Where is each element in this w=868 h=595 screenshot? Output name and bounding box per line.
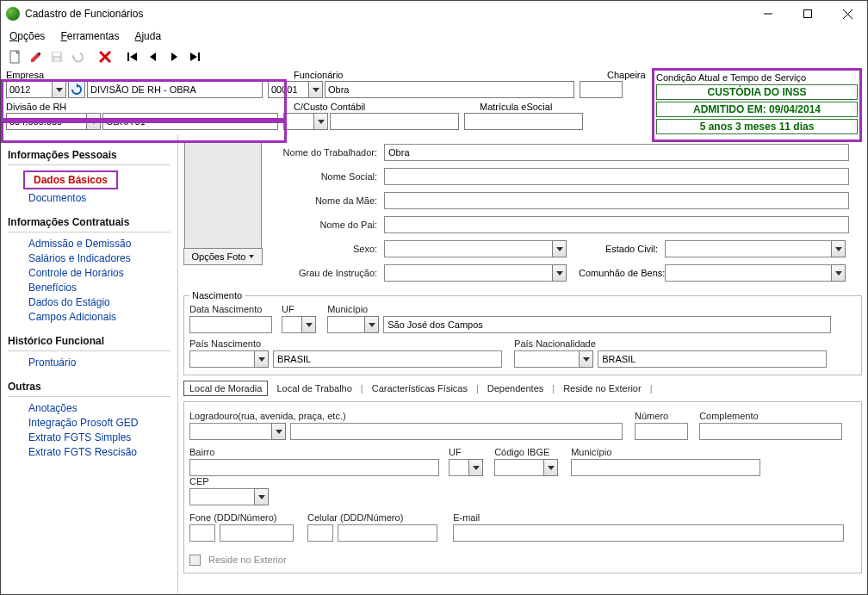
photo-placeholder bbox=[184, 140, 262, 249]
ibge-combo[interactable] bbox=[494, 459, 544, 476]
link-dados-basicos[interactable]: Dados Básicos bbox=[34, 174, 108, 186]
tab-trabalho[interactable]: Local de Trabalho bbox=[271, 381, 356, 395]
pais-nasc-code[interactable] bbox=[189, 350, 255, 368]
pais-nac-desc[interactable] bbox=[598, 350, 827, 368]
nav-last-icon[interactable] bbox=[185, 47, 204, 66]
nav-first-icon[interactable] bbox=[123, 47, 142, 66]
cep-input[interactable] bbox=[189, 488, 255, 505]
ccusto-dropdown[interactable] bbox=[313, 113, 328, 130]
comunhao-dropdown[interactable] bbox=[831, 264, 846, 282]
municipio-mor-input[interactable] bbox=[571, 459, 760, 476]
municipio-code[interactable] bbox=[327, 316, 365, 333]
delete-icon[interactable] bbox=[96, 47, 115, 66]
municipio-dropdown[interactable] bbox=[364, 316, 379, 333]
tab-reside-exterior[interactable]: Reside no Exterior bbox=[558, 381, 647, 395]
pais-nasc-dropdown[interactable] bbox=[254, 350, 269, 368]
nav-prev-icon[interactable] bbox=[144, 47, 163, 66]
moradia-panel: Logradouro(rua, avenida, praça, etc.) Nú… bbox=[183, 401, 862, 573]
uf-nasc-label: UF bbox=[282, 304, 319, 314]
nome-pai-input[interactable] bbox=[384, 216, 849, 233]
logradouro-input[interactable] bbox=[290, 423, 623, 440]
ccusto-desc[interactable] bbox=[330, 113, 459, 130]
uf-nasc-combo[interactable] bbox=[282, 316, 302, 333]
link-estagio[interactable]: Dados do Estágio bbox=[28, 296, 170, 308]
tab-caracteristicas[interactable]: Características Físicas bbox=[367, 381, 473, 395]
nome-social-input[interactable] bbox=[384, 168, 849, 185]
refresh-button[interactable] bbox=[68, 81, 85, 98]
funcionario-desc[interactable] bbox=[325, 81, 574, 98]
link-campos-adicionais[interactable]: Campos Adicionais bbox=[28, 311, 170, 323]
data-nasc-input[interactable] bbox=[189, 316, 272, 333]
menu-ajuda[interactable]: Ajuda bbox=[134, 30, 161, 42]
comunhao-combo[interactable] bbox=[665, 264, 832, 282]
estado-civil-dropdown[interactable] bbox=[831, 240, 846, 257]
tab-dependentes[interactable]: Dependentes bbox=[482, 381, 549, 395]
ibge-dropdown[interactable] bbox=[543, 459, 558, 476]
nascimento-group: Nascimento Data Nascimento UF Município bbox=[183, 290, 862, 375]
cep-dropdown[interactable] bbox=[254, 488, 269, 505]
cel-num[interactable] bbox=[338, 524, 437, 542]
sexo-combo[interactable] bbox=[384, 240, 553, 257]
link-beneficios[interactable]: Benefícios bbox=[28, 282, 170, 294]
bairro-input[interactable] bbox=[189, 459, 439, 476]
municipio-nasc-label: Município bbox=[327, 304, 835, 314]
link-fgts-rescisao[interactable]: Extrato FGTS Rescisão bbox=[28, 446, 170, 458]
municipio-desc[interactable] bbox=[383, 316, 831, 333]
link-salarios[interactable]: Salários e Indicadores bbox=[28, 252, 170, 264]
empresa-desc[interactable] bbox=[87, 81, 263, 98]
grau-combo[interactable] bbox=[384, 264, 553, 282]
nome-mae-input[interactable] bbox=[384, 192, 849, 209]
uf-mor-combo[interactable] bbox=[449, 459, 469, 476]
tab-moradia[interactable]: Local de Moradia bbox=[183, 381, 268, 396]
nome-mae-label: Nome da Mãe: bbox=[272, 195, 384, 206]
edit-icon[interactable] bbox=[27, 47, 46, 66]
chapeira-input[interactable] bbox=[580, 81, 623, 98]
uf-nasc-dropdown[interactable] bbox=[301, 316, 316, 333]
close-button[interactable] bbox=[828, 1, 867, 27]
link-admissao[interactable]: Admissão e Demissão bbox=[28, 238, 170, 250]
empresa-dropdown[interactable] bbox=[52, 81, 66, 98]
nome-trab-input[interactable] bbox=[384, 144, 849, 161]
logradouro-tipo[interactable] bbox=[189, 423, 272, 440]
svg-marker-16 bbox=[150, 53, 156, 61]
photo-options-button[interactable]: Opções Foto bbox=[183, 248, 263, 265]
complemento-input[interactable] bbox=[699, 423, 842, 440]
divisao-dropdown[interactable] bbox=[86, 113, 101, 130]
fone-ddd[interactable] bbox=[189, 524, 215, 542]
matricula-input[interactable] bbox=[464, 113, 583, 130]
link-prontuario[interactable]: Prontuário bbox=[28, 356, 170, 369]
menu-ferramentas[interactable]: Ferramentas bbox=[60, 30, 119, 42]
nome-social-label: Nome Social: bbox=[272, 171, 384, 182]
status-line2: ADMITIDO EM: 09/04/2014 bbox=[656, 102, 858, 117]
reside-exterior-checkbox[interactable] bbox=[189, 555, 201, 566]
estado-civil-combo[interactable] bbox=[665, 240, 832, 257]
email-label: E-mail bbox=[453, 512, 846, 523]
minimize-button[interactable] bbox=[748, 1, 788, 27]
link-documentos[interactable]: Documentos bbox=[28, 192, 170, 204]
link-anotacoes[interactable]: Anotações bbox=[28, 402, 170, 414]
cel-ddd[interactable] bbox=[307, 524, 333, 542]
logradouro-tipo-dropdown[interactable] bbox=[271, 423, 286, 440]
ccusto-code[interactable] bbox=[283, 113, 314, 130]
uf-mor-dropdown[interactable] bbox=[468, 459, 483, 476]
maximize-button[interactable] bbox=[788, 1, 828, 27]
fone-num[interactable] bbox=[220, 524, 294, 542]
pais-nasc-desc[interactable] bbox=[273, 350, 502, 368]
link-horarios[interactable]: Controle de Horários bbox=[28, 267, 170, 279]
divisao-desc[interactable] bbox=[102, 113, 278, 130]
grau-dropdown[interactable] bbox=[552, 264, 567, 282]
link-fgts-simples[interactable]: Extrato FGTS Simples bbox=[28, 431, 170, 443]
sexo-dropdown[interactable] bbox=[552, 240, 567, 257]
empresa-code[interactable] bbox=[6, 81, 53, 98]
pais-nac-dropdown[interactable] bbox=[579, 350, 593, 368]
funcionario-dropdown[interactable] bbox=[308, 81, 323, 98]
divisao-code[interactable] bbox=[6, 113, 87, 130]
link-ged[interactable]: Integração Prosoft GED bbox=[28, 417, 170, 429]
menu-opcoes[interactable]: Opções bbox=[9, 30, 45, 42]
funcionario-code[interactable] bbox=[268, 81, 309, 98]
email-input[interactable] bbox=[453, 524, 844, 542]
nav-next-icon[interactable] bbox=[164, 47, 183, 66]
pais-nac-code[interactable] bbox=[514, 350, 580, 368]
numero-input[interactable] bbox=[635, 423, 688, 440]
new-icon[interactable] bbox=[6, 47, 25, 66]
